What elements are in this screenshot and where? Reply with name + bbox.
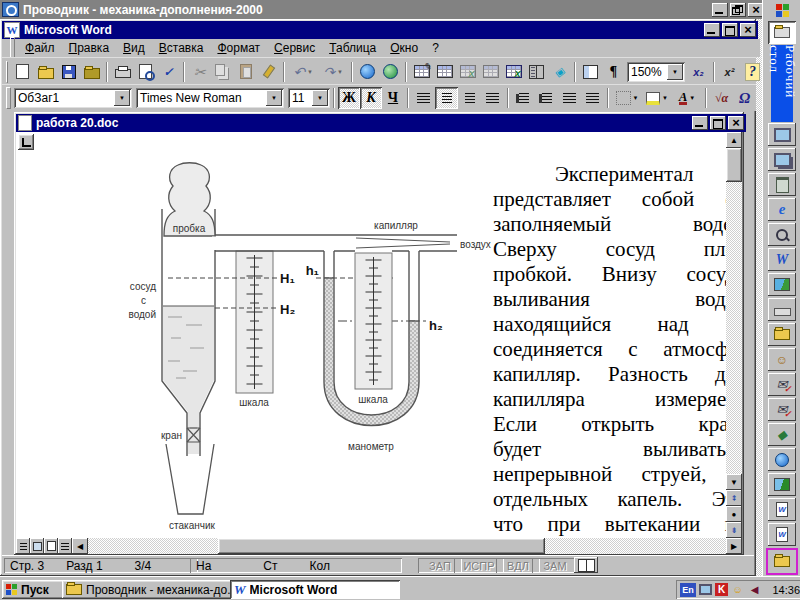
normal-view-button[interactable] xyxy=(16,538,30,554)
find-button[interactable] xyxy=(768,223,796,246)
copy-button[interactable] xyxy=(211,61,234,83)
word-doc-1-button[interactable]: W xyxy=(768,498,796,521)
font-dropdown-button[interactable]: ▼ xyxy=(266,90,282,106)
my-computer-button[interactable] xyxy=(768,123,796,146)
columns-button[interactable] xyxy=(525,61,548,83)
formatting-toolbar-grip[interactable] xyxy=(6,87,11,109)
antivirus-tray-icon[interactable]: K xyxy=(715,583,728,596)
style-dropdown-button[interactable]: ▼ xyxy=(114,90,130,106)
spelling-button[interactable]: ✓ xyxy=(157,61,180,83)
menubar-grip[interactable] xyxy=(10,37,15,59)
font-size-dropdown-button[interactable]: ▼ xyxy=(312,90,328,106)
insert-table-button[interactable] xyxy=(433,61,456,83)
show-desktop-button[interactable] xyxy=(768,21,796,44)
web-layout-view-button[interactable] xyxy=(30,538,44,554)
zoom-dropdown-button[interactable]: ▼ xyxy=(667,64,683,80)
drive-button[interactable] xyxy=(768,298,796,321)
display-tray-icon[interactable] xyxy=(698,582,713,597)
menu-edit[interactable]: Правка xyxy=(62,39,117,57)
new-button[interactable] xyxy=(11,61,34,83)
menu-view[interactable]: Вид xyxy=(116,39,152,57)
insert-symbol-button[interactable]: Ω xyxy=(733,87,756,109)
menu-tools[interactable]: Сервис xyxy=(267,39,322,57)
insert-excel-button[interactable] xyxy=(456,61,479,83)
document-page[interactable]: пробка H₁ H₂ h₁ h₂ капилляр xyxy=(16,132,742,538)
status-overtype-toggle[interactable]: ЗАМ xyxy=(532,558,578,573)
print-preview-button[interactable] xyxy=(134,61,157,83)
standard-toolbar-grip[interactable] xyxy=(6,61,8,83)
cut-button[interactable]: ✂ xyxy=(188,61,211,83)
paste-button[interactable] xyxy=(234,61,257,83)
document-maximize-button[interactable] xyxy=(710,116,726,130)
decrease-indent-button[interactable] xyxy=(558,87,581,109)
justify-button[interactable] xyxy=(481,87,504,109)
vertical-scroll-thumb[interactable] xyxy=(726,148,742,182)
web-toolbar-button[interactable] xyxy=(379,61,402,83)
bold-button[interactable]: Ж xyxy=(338,87,360,109)
document-map-button[interactable] xyxy=(579,61,602,83)
vertical-scroll-track[interactable] xyxy=(726,182,742,474)
menu-file[interactable]: Файл xyxy=(18,39,62,57)
picture-shortcut-button[interactable] xyxy=(768,473,796,496)
spelling-status-button[interactable] xyxy=(574,557,598,573)
clock[interactable]: 14:36 xyxy=(772,584,800,596)
user-shortcut-button[interactable]: ☺ xyxy=(768,348,796,371)
font-combo[interactable]: Times New Roman ▼ xyxy=(136,88,284,108)
menu-table[interactable]: Таблица xyxy=(322,39,383,57)
volume-tray-icon[interactable]: ◀ xyxy=(747,582,762,597)
explorer-minimize-button[interactable] xyxy=(712,3,728,17)
open-button[interactable] xyxy=(34,61,57,83)
word-doc-2-button[interactable]: W xyxy=(768,523,796,546)
menu-window[interactable]: Окно xyxy=(383,39,425,57)
redo-button[interactable]: ↷▼ xyxy=(318,61,348,83)
merge-table-button[interactable] xyxy=(479,61,502,83)
equation-button[interactable]: √α xyxy=(710,87,733,109)
zoom-combo[interactable]: 150% ▼ xyxy=(627,62,685,82)
mail-1-button[interactable]: ✉ xyxy=(768,373,796,396)
horizontal-scrollbar[interactable]: ◀ ▶ xyxy=(16,538,742,554)
word-shortcut-button[interactable]: W xyxy=(768,248,796,271)
word-minimize-button[interactable] xyxy=(704,23,720,37)
outline-view-button[interactable] xyxy=(58,538,72,554)
align-right-button[interactable] xyxy=(458,87,481,109)
gem-shortcut-button[interactable]: ◆ xyxy=(768,423,796,446)
numbering-button[interactable] xyxy=(512,87,535,109)
bullets-button[interactable] xyxy=(535,87,558,109)
insert-hyperlink-button[interactable] xyxy=(356,61,379,83)
vertical-scrollbar[interactable]: ▲ ▼ ⇞ ● ⇟ xyxy=(726,132,742,538)
start-button[interactable]: Пуск xyxy=(2,580,66,599)
horizontal-scroll-thumb[interactable] xyxy=(218,538,545,554)
style-combo[interactable]: ОбЗаг1 ▼ xyxy=(14,88,132,108)
recycle-bin-button[interactable] xyxy=(768,173,796,196)
undo-button[interactable]: ↶▼ xyxy=(288,61,318,83)
save-button[interactable] xyxy=(57,61,80,83)
align-center-button[interactable] xyxy=(435,87,458,109)
taskbar-explorer-task[interactable]: Проводник - механика-до... xyxy=(62,580,234,599)
tables-and-borders-button[interactable] xyxy=(410,61,433,83)
borders-button[interactable]: ▼ xyxy=(612,87,642,109)
document-paragraph[interactable]: Экспериментал представляет собой со запо… xyxy=(493,162,742,537)
document-close-button[interactable] xyxy=(728,116,744,130)
explorer-restore-button[interactable] xyxy=(730,3,746,17)
font-color-button[interactable]: А▼ xyxy=(672,87,702,109)
taskbar-word-task[interactable]: W Microsoft Word xyxy=(230,580,400,599)
next-page-button[interactable]: ⇟ xyxy=(726,522,742,538)
document-titlebar[interactable]: работа 20.doc xyxy=(16,114,746,132)
menu-format[interactable]: Формат xyxy=(210,39,267,57)
italic-button[interactable]: К xyxy=(360,87,382,109)
highlight-button[interactable]: ▼ xyxy=(642,87,672,109)
word-titlebar[interactable]: W Microsoft Word xyxy=(2,21,758,39)
scroll-right-button[interactable]: ▶ xyxy=(726,538,742,554)
format-painter-button[interactable] xyxy=(257,61,280,83)
print-button[interactable] xyxy=(111,61,134,83)
active-folder-button[interactable] xyxy=(766,548,798,575)
scroll-left-button[interactable]: ◀ xyxy=(72,538,88,554)
drawing-button[interactable]: ◈ xyxy=(548,61,571,83)
print-layout-view-button[interactable] xyxy=(44,538,58,554)
web-folder-button[interactable] xyxy=(768,323,796,346)
word-maximize-button[interactable] xyxy=(722,23,738,37)
font-size-combo[interactable]: 11 ▼ xyxy=(288,88,330,108)
table-autoformat-button[interactable] xyxy=(502,61,525,83)
menu-help[interactable]: ? xyxy=(425,39,446,57)
increase-indent-button[interactable] xyxy=(581,87,604,109)
